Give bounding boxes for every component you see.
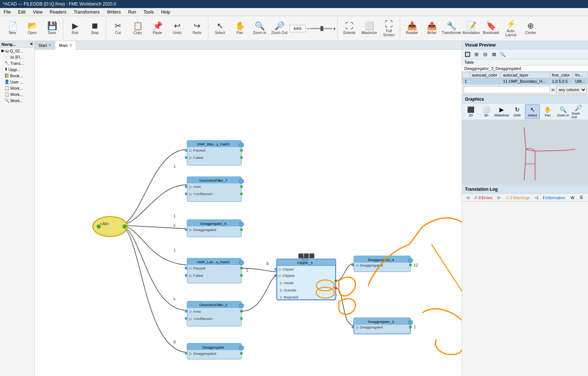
canvas[interactable]: UMP_Bou...y_Hatch ▷ Passed ▷ Failed Geom… <box>35 50 462 376</box>
table-name-input[interactable] <box>462 66 588 72</box>
graphics-btn-select[interactable]: ↖ Select <box>525 104 540 119</box>
col-header-fm-extra[interactable]: fm... <box>573 72 588 78</box>
log-next-btn[interactable]: ▷ <box>496 194 502 201</box>
nav-item-q02[interactable]: ▶ 🗂 Q_02... <box>0 48 34 54</box>
navigator-close[interactable]: ✕ <box>30 42 33 46</box>
autolayout-button[interactable]: ⚡ Auto-Layout <box>501 18 520 39</box>
stop-label: Stop <box>91 31 99 35</box>
svg-point-89 <box>408 258 413 263</box>
menu-file[interactable]: File <box>0 9 14 15</box>
log-list[interactable]: ☰ <box>578 194 585 201</box>
nav-item-upgr[interactable]: ⬆ Upgr... <box>0 66 34 72</box>
preview-btn-5[interactable]: 🔍 <box>499 50 507 58</box>
graphics-viewport[interactable] <box>462 120 588 185</box>
zoom-plus[interactable]: + <box>333 26 336 31</box>
stop-button[interactable]: ⏹ Stop <box>85 18 104 39</box>
menu-run[interactable]: Run <box>124 9 140 15</box>
menu-readers[interactable]: Readers <box>46 9 70 15</box>
svg-text:▷ Clippee: ▷ Clippee <box>279 273 295 278</box>
new-button[interactable]: 📄 New <box>3 18 22 39</box>
extents-button[interactable]: ⛶ Extents <box>340 18 359 39</box>
info-icon: ℹ <box>543 195 544 200</box>
graphics-btn-3d[interactable]: ⬜ 3D <box>479 104 494 119</box>
transformer-button[interactable]: 🔧 Transformer <box>442 18 461 39</box>
cut-button[interactable]: ✂ Cut <box>108 18 127 39</box>
undo-icon: ↩ <box>174 22 181 30</box>
preview-btn-2[interactable]: ⊞ <box>472 50 480 58</box>
preview-btn-4[interactable]: ⊠ <box>490 50 498 58</box>
table-row[interactable]: 1 11 UMP_Boundary_H... 1,0.5,0.5 UM... <box>462 78 588 85</box>
center-button[interactable]: ⊕ Center <box>521 18 540 39</box>
search-column-select[interactable]: any column <box>556 86 587 93</box>
pan-button[interactable]: ✋ Pan <box>230 18 249 39</box>
col-header-fme-color[interactable]: fme_color <box>550 72 573 78</box>
tab-main[interactable]: Main ✕ <box>55 41 76 50</box>
translation-log-title: Translation Log <box>465 187 498 192</box>
graphics-btn-slideshow[interactable]: ▶ Slideshow <box>494 104 509 119</box>
svg-point-46 <box>185 317 187 320</box>
tab-start[interactable]: Start ✕ <box>35 41 55 50</box>
save-button[interactable]: 💾 Save <box>42 18 62 39</box>
menu-help[interactable]: Help <box>157 9 174 15</box>
tab-start-close[interactable]: ✕ <box>48 43 51 47</box>
graphics-btn-orbit[interactable]: ↻ Orbit <box>510 104 524 119</box>
zoom-out-button[interactable]: 🔎 Zoom Out <box>270 18 289 39</box>
menu-tools[interactable]: Tools <box>140 9 157 15</box>
fullscreen-button[interactable]: ⛶ Full Screen <box>379 18 398 39</box>
writer-icon: 📤 <box>427 22 437 30</box>
reader-button[interactable]: 📥 Reader <box>402 18 421 39</box>
col-header-autocad-layer[interactable]: autocad_layer <box>501 72 550 78</box>
nav-item-trans[interactable]: 🔧 Trans... <box>0 60 34 66</box>
zoom-minus[interactable]: − <box>306 26 309 31</box>
zoom-slider[interactable] <box>310 28 332 29</box>
zoom-in-icon: 🔍 <box>255 22 265 30</box>
run-button[interactable]: ▶ Run <box>66 18 85 39</box>
maximize-button[interactable]: ⬜ Maximize <box>360 18 379 39</box>
preview-btn-1[interactable]: 🔲 <box>464 50 472 58</box>
undo-label: Undo <box>173 31 182 35</box>
log-extra[interactable]: W <box>569 195 576 201</box>
menu-view[interactable]: View <box>29 9 46 15</box>
undo-button[interactable]: ↩ Undo <box>168 18 187 39</box>
open-button[interactable]: 📂 Open <box>23 18 42 39</box>
tab-main-close[interactable]: ✕ <box>69 43 72 47</box>
redo-button[interactable]: ↪ Redo <box>187 18 206 39</box>
preview-btn-3[interactable]: ⊟ <box>481 50 489 58</box>
nav-item-book[interactable]: 📗 Book... <box>0 72 34 79</box>
annotation-button[interactable]: 📝 Annotation <box>462 18 481 39</box>
select-button[interactable]: ↖ Select <box>211 18 230 39</box>
select-label: Select <box>528 113 537 117</box>
nav-item-work1[interactable]: 📋 Work... <box>0 85 34 91</box>
paste-button[interactable]: 📌 Paste <box>148 18 167 39</box>
copy-button[interactable]: 📋 Copy <box>128 18 147 39</box>
bookmark-button[interactable]: 🔖 Bookmark <box>481 18 500 39</box>
nav-item-work3[interactable]: 🔍 Work... <box>0 97 34 104</box>
graphics-btn-pan[interactable]: ✋ Pan <box>540 104 555 119</box>
search-input[interactable] <box>464 86 550 93</box>
graphics-btn-zoom-in[interactable]: 🔍 Zoom In <box>556 104 570 119</box>
log-errors[interactable]: ⚠ 0 Errors <box>472 194 494 201</box>
log-info-prev-btn[interactable]: ◁ <box>533 194 540 201</box>
toolbar-group-view: ⛶ Extents ⬜ Maximize ⛶ Full Screen <box>338 18 400 40</box>
log-info[interactable]: ℹ Information <box>541 194 567 201</box>
zoom-in-button[interactable]: 🔍 Zoom In <box>250 18 269 39</box>
menu-edit[interactable]: Edit <box>14 9 29 15</box>
zoom-in-label: Zoom In <box>253 31 267 35</box>
nav-item-ss[interactable]: 📄 ss [Fl... <box>0 54 34 60</box>
svg-text:s: s <box>174 297 176 301</box>
cut-label: Cut <box>115 31 121 35</box>
col-header-autocad-color[interactable]: autocad_color <box>470 72 501 78</box>
writer-button[interactable]: 📤 Writer <box>422 18 441 39</box>
menu-transformers[interactable]: Transformers <box>70 9 103 15</box>
menu-writers[interactable]: Writers <box>103 9 124 15</box>
log-prev-btn[interactable]: ◁ <box>464 194 471 201</box>
graphics-btn-2d[interactable]: ⬛ 2D <box>464 104 478 119</box>
nav-item-user[interactable]: 👤 User ... <box>0 79 34 85</box>
maximize-icon: ⬜ <box>364 22 374 30</box>
graphics-btn-zoom-out[interactable]: 🔎 Zoom Out <box>571 104 586 119</box>
nav-item-work2[interactable]: 📋 Work... <box>0 91 34 97</box>
log-warnings[interactable]: ⚠ 9 Warnings <box>504 194 532 201</box>
zoom-input[interactable] <box>290 25 306 32</box>
graphics-svg <box>462 120 588 184</box>
nav-label-work1: Work... <box>10 86 23 90</box>
